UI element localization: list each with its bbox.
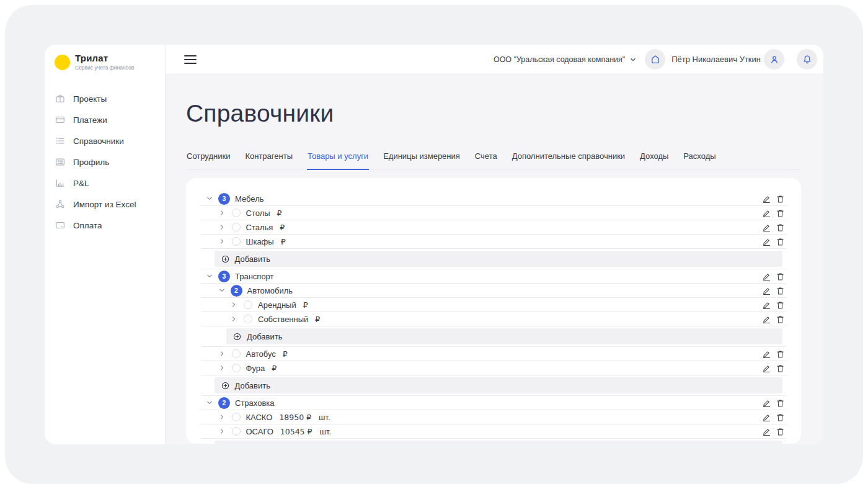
tab-extra-directories[interactable]: Дополнительные справочники (512, 149, 626, 170)
sidebar-item-label: Проекты (73, 94, 107, 104)
tree-row[interactable]: Арендный₽ (201, 298, 786, 312)
tree-row[interactable]: Сталья₽ (201, 220, 786, 235)
chevron-down-icon[interactable] (218, 286, 226, 295)
tree-row[interactable]: Столы₽ (201, 206, 786, 220)
chevron-down-icon[interactable] (205, 194, 214, 203)
edit-button[interactable] (762, 364, 771, 373)
item-label: Столы (246, 209, 270, 218)
tab-employees[interactable]: Сотрудники (186, 149, 231, 170)
chevron-right-icon[interactable] (218, 223, 226, 231)
edit-button[interactable] (762, 427, 771, 436)
edit-button[interactable] (762, 209, 771, 218)
tree-row[interactable]: 2Автомобиль (201, 284, 786, 298)
sidebar-item-label: Оплата (73, 221, 102, 230)
sidebar-item-profile[interactable]: Профиль (45, 151, 165, 173)
item-label: Фура (246, 364, 265, 373)
sidebar-item-import-excel[interactable]: Импорт из Excel (45, 194, 165, 215)
item-price: ₽ (315, 315, 320, 324)
profile-button[interactable] (764, 49, 784, 70)
chevron-down-icon[interactable] (205, 398, 214, 407)
edit-button[interactable] (762, 194, 771, 204)
edit-button[interactable] (762, 300, 771, 310)
sidebar-item-payments[interactable]: Платежи (45, 109, 165, 130)
sidebar-item-projects[interactable]: Проекты (45, 88, 165, 109)
delete-button[interactable] (776, 223, 785, 232)
tab-expenses[interactable]: Расходы (683, 149, 716, 170)
edit-button[interactable] (762, 398, 771, 408)
delete-button[interactable] (776, 349, 785, 359)
delete-button[interactable] (776, 209, 785, 218)
delete-button[interactable] (776, 398, 785, 408)
edit-button[interactable] (762, 272, 771, 281)
delete-button[interactable] (776, 286, 785, 295)
chevron-right-icon[interactable] (229, 300, 238, 309)
chevron-right-icon[interactable] (218, 209, 226, 217)
delete-button[interactable] (776, 315, 785, 324)
payment-card-icon (55, 220, 66, 231)
tree-row[interactable]: ОСАГО10545 ₽шт. (201, 424, 786, 439)
edit-button[interactable] (762, 413, 771, 422)
tree-row[interactable]: 3Транспорт (201, 269, 786, 284)
tree-row[interactable]: 2Страховка (201, 396, 786, 410)
delete-button[interactable] (776, 300, 785, 310)
tab-income[interactable]: Доходы (639, 149, 669, 170)
chevron-right-icon[interactable] (218, 364, 226, 372)
tab-accounts[interactable]: Счета (474, 149, 498, 170)
item-unit: шт. (320, 427, 332, 436)
tree-row[interactable]: Автобус₽ (201, 347, 786, 361)
add-item-button[interactable]: Добавить (226, 328, 782, 344)
tabs: СотрудникиКонтрагентыТовары и услугиЕдин… (186, 149, 801, 170)
chevron-down-icon[interactable] (205, 272, 214, 280)
tree-row-add: Добавить (201, 249, 786, 269)
delete-button[interactable] (776, 413, 785, 422)
id-card-icon (55, 156, 66, 168)
empty-badge (232, 413, 241, 421)
tree-row[interactable]: 3Мебель (201, 192, 786, 206)
tree-row[interactable]: Фура₽ (201, 361, 786, 375)
add-item-button[interactable]: Добавить (215, 377, 783, 393)
item-unit: шт. (319, 413, 330, 422)
count-badge: 3 (218, 271, 230, 282)
person-icon (769, 54, 780, 65)
chevron-right-icon[interactable] (218, 237, 226, 246)
add-item-label: Добавить (247, 332, 282, 341)
edit-button[interactable] (762, 286, 771, 295)
delete-button[interactable] (776, 272, 785, 281)
chevron-right-icon[interactable] (218, 427, 226, 436)
tree-row[interactable]: КАСКО18950 ₽шт. (201, 410, 786, 424)
tab-units[interactable]: Единицы измерения (383, 149, 461, 170)
plus-circle-icon (221, 381, 230, 390)
bar-chart-icon (55, 177, 66, 189)
item-label: Мебель (235, 194, 264, 204)
add-item-button[interactable]: Добавить (215, 441, 783, 444)
edit-button[interactable] (762, 315, 771, 324)
edit-button[interactable] (762, 223, 771, 232)
tree-row[interactable]: Шкафы₽ (201, 235, 786, 249)
sidebar-item-billing[interactable]: Оплата (45, 215, 165, 236)
tab-goods-services[interactable]: Товары и услуги (307, 149, 369, 170)
add-item-button[interactable]: Добавить (215, 251, 783, 267)
main-area: ООО "Уральская содовая компания" Пётр Ни… (166, 45, 823, 444)
sidebar-item-pnl[interactable]: P&L (45, 173, 165, 194)
delete-button[interactable] (776, 194, 785, 204)
edit-button[interactable] (762, 237, 771, 246)
item-label: Автомобиль (247, 286, 293, 295)
tab-counterparties[interactable]: Контрагенты (244, 149, 293, 170)
home-button[interactable] (645, 49, 665, 70)
sidebar-nav: ПроектыПлатежиСправочникиПрофильP&LИмпор… (45, 88, 165, 236)
sidebar-item-directories[interactable]: Справочники (45, 130, 165, 151)
sidebar-item-label: Платежи (73, 115, 107, 125)
notifications-button[interactable] (797, 49, 817, 70)
empty-badge (232, 223, 241, 231)
company-selector[interactable]: ООО "Уральская содовая компания" (494, 55, 637, 64)
chevron-right-icon[interactable] (218, 349, 226, 358)
delete-button[interactable] (776, 237, 785, 246)
chevron-right-icon[interactable] (218, 413, 226, 421)
delete-button[interactable] (776, 427, 785, 436)
chevron-right-icon[interactable] (229, 315, 238, 323)
tree-row-add: Добавить (201, 375, 786, 396)
tree-row[interactable]: Собственный₽ (201, 312, 786, 326)
delete-button[interactable] (776, 364, 785, 373)
menu-toggle-button[interactable] (183, 50, 198, 69)
edit-button[interactable] (762, 349, 771, 359)
